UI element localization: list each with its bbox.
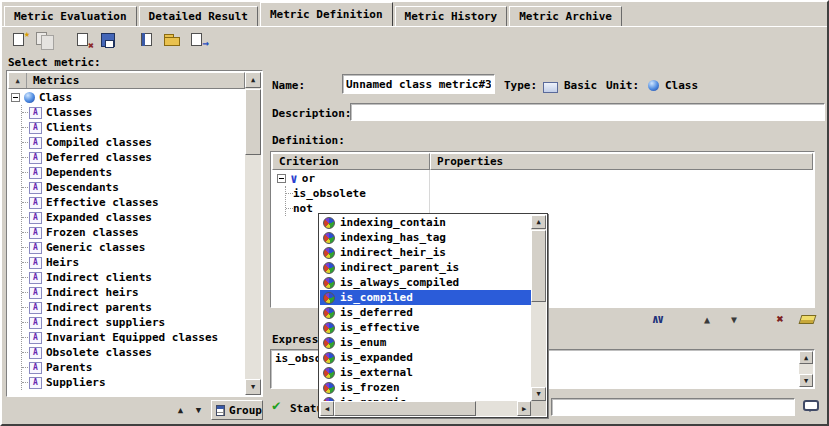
new-metric-button[interactable] <box>8 30 31 51</box>
tree-item-classes[interactable]: Classes <box>22 105 244 120</box>
name-input[interactable] <box>342 74 495 94</box>
dropdown-item-label: is_effective <box>340 321 419 334</box>
basic-metric-icon <box>543 82 558 93</box>
tree-item-frozen-classes[interactable]: Frozen classes <box>22 225 244 240</box>
scroll-down-icon[interactable] <box>799 374 813 387</box>
move-criterion-up-icon[interactable] <box>698 311 716 327</box>
scrollbar-thumb[interactable] <box>334 401 476 416</box>
criterion-icon <box>323 262 335 274</box>
tab-metric-evaluation[interactable]: Metric Evaluation <box>4 6 137 26</box>
dropdown-item-indexing_contain[interactable]: indexing_contain <box>320 215 531 230</box>
tree-scrollbar[interactable] <box>245 72 261 395</box>
tree-item-indirect-heirs[interactable]: Indirect heirs <box>22 285 244 300</box>
dropdown-item-label: indexing_contain <box>340 216 446 229</box>
dropdown-item-indirect_heir_is[interactable]: indirect_heir_is <box>320 245 531 260</box>
duplicate-metric-button[interactable] <box>33 30 56 51</box>
tree-item-expanded-classes[interactable]: Expanded classes <box>22 210 244 225</box>
collapse-icon[interactable] <box>11 93 20 102</box>
criterion-dropdown: indexing_containindexing_has_tagindirect… <box>318 213 548 418</box>
criterion-icon <box>323 337 335 349</box>
scroll-up-icon[interactable] <box>799 351 813 364</box>
tree-item-invariant-equipped-classes[interactable]: Invariant Equipped classes <box>22 330 244 345</box>
criterion-column-header[interactable]: Criterion <box>272 153 430 170</box>
page-icon <box>141 33 152 46</box>
tree-root-label: Class <box>39 91 72 104</box>
tab-detailed-result[interactable]: Detailed Result <box>139 6 258 26</box>
comment-input[interactable] <box>551 398 795 416</box>
unit-label: Unit: <box>606 79 639 92</box>
move-metric-up-button[interactable] <box>173 402 188 417</box>
metric-tree-header[interactable]: Metrics <box>8 72 245 89</box>
tree-item-effective-classes[interactable]: Effective classes <box>22 195 244 210</box>
dropdown-item-is_always_compiled[interactable]: is_always_compiled <box>320 275 531 290</box>
save-metric-button[interactable] <box>97 30 120 51</box>
tree-item-clients[interactable]: Clients <box>22 120 244 135</box>
group-toggle-button[interactable]: Group <box>211 400 263 420</box>
tab-metric-history[interactable]: Metric History <box>395 6 508 26</box>
dropdown-item-is_frozen[interactable]: is_frozen <box>320 380 531 395</box>
metric-icon <box>29 227 42 239</box>
criterion-icon <box>323 247 335 259</box>
move-metric-down-button[interactable] <box>191 402 206 417</box>
move-criterion-down-icon[interactable] <box>725 311 743 327</box>
export-metric-button[interactable] <box>186 30 209 51</box>
dropdown-item-is_expanded[interactable]: is_expanded <box>320 350 531 365</box>
metric-book-button[interactable] <box>136 30 159 51</box>
dropdown-item-indirect_parent_is[interactable]: indirect_parent_is <box>320 260 531 275</box>
tree-item-deferred-classes[interactable]: Deferred classes <box>22 150 244 165</box>
metric-icon <box>29 107 42 119</box>
scroll-left-icon[interactable] <box>320 401 334 416</box>
erase-criterion-icon[interactable] <box>798 311 816 327</box>
open-folder-button[interactable] <box>161 30 184 51</box>
unit-value: Class <box>665 79 698 92</box>
or-operator-icon <box>290 172 298 185</box>
tree-item-compiled-classes[interactable]: Compiled classes <box>22 135 244 150</box>
scroll-up-icon[interactable] <box>245 72 261 88</box>
and-or-toggle-icon[interactable] <box>644 311 670 327</box>
properties-column-header[interactable]: Properties <box>430 153 813 170</box>
tree-item-dependents[interactable]: Dependents <box>22 165 244 180</box>
tree-item-indirect-parents[interactable]: Indirect parents <box>22 300 244 315</box>
dropdown-item-is_enum[interactable]: is_enum <box>320 335 531 350</box>
criterion-row-is-obsolete[interactable]: is_obsolete <box>286 186 797 201</box>
dropdown-vscrollbar[interactable] <box>531 215 546 401</box>
tree-item-class[interactable]: Class <box>10 90 244 105</box>
tree-item-indirect-suppliers[interactable]: Indirect suppliers <box>22 315 244 330</box>
dropdown-item-indexing_has_tag[interactable]: indexing_has_tag <box>320 230 531 245</box>
tree-item-heirs[interactable]: Heirs <box>22 255 244 270</box>
dropdown-item-label: is_always_compiled <box>340 276 459 289</box>
scroll-up-icon[interactable] <box>531 215 546 229</box>
dropdown-item-is_external[interactable]: is_external <box>320 365 531 380</box>
tree-item-generic-classes[interactable]: Generic classes <box>22 240 244 255</box>
metric-icon <box>29 212 42 224</box>
metric-tree-items: Class ClassesClientsCompiled classesDefe… <box>10 90 244 395</box>
tree-item-suppliers[interactable]: Suppliers <box>22 375 244 390</box>
page-icon <box>77 33 88 46</box>
comment-bubble-icon[interactable] <box>803 400 819 411</box>
sort-ascending-icon[interactable] <box>9 73 27 88</box>
criterion-row-or[interactable]: or <box>273 171 797 186</box>
dropdown-item-is_effective[interactable]: is_effective <box>320 320 531 335</box>
expression-scrollbar[interactable] <box>799 351 813 387</box>
scroll-down-icon[interactable] <box>245 379 261 395</box>
dropdown-item-is_compiled[interactable]: is_compiled <box>320 290 531 305</box>
scrollbar-thumb[interactable] <box>531 230 546 302</box>
scrollbar-thumb[interactable] <box>245 89 261 155</box>
description-input[interactable] <box>350 103 825 121</box>
collapse-icon[interactable] <box>277 174 286 183</box>
tree-item-indirect-clients[interactable]: Indirect clients <box>22 270 244 285</box>
dropdown-item-is_deferred[interactable]: is_deferred <box>320 305 531 320</box>
tree-item-obsolete-classes[interactable]: Obsolete classes <box>22 345 244 360</box>
delete-criterion-icon[interactable] <box>771 311 789 327</box>
delete-metric-button[interactable] <box>72 30 95 51</box>
scroll-right-icon[interactable] <box>517 401 531 416</box>
tree-item-parents[interactable]: Parents <box>22 360 244 375</box>
tab-metric-definition[interactable]: Metric Definition <box>260 2 393 26</box>
scroll-down-icon[interactable] <box>531 387 546 401</box>
page-icon <box>191 33 202 46</box>
dropdown-hscrollbar[interactable] <box>320 401 531 416</box>
metric-icon <box>29 377 42 389</box>
tree-item-descendants[interactable]: Descendants <box>22 180 244 195</box>
tab-metric-archive[interactable]: Metric Archive <box>509 6 622 26</box>
tree-item-label: Generic classes <box>46 241 145 254</box>
